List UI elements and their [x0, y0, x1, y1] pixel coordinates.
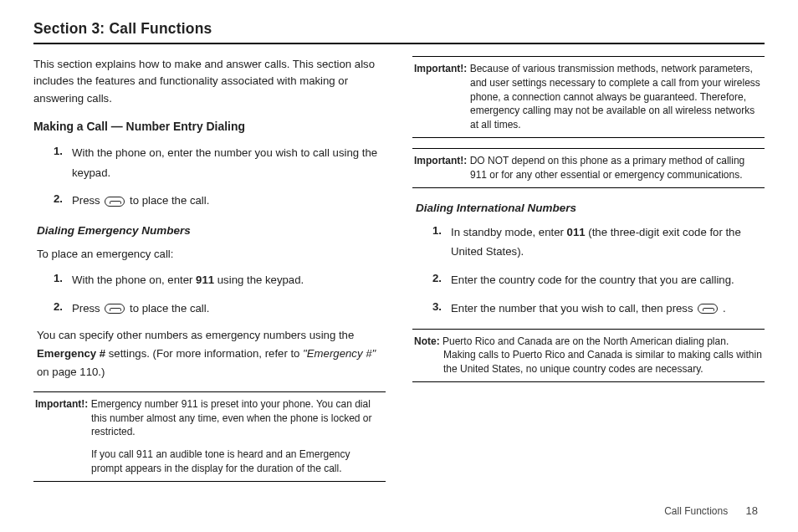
step-text: With the phone on, enter the number you … — [72, 143, 386, 183]
step-number: 2. — [54, 191, 72, 211]
text: You can specify other numbers as emergen… — [37, 329, 354, 341]
call-key-icon — [105, 197, 125, 207]
list-item: 2. Press to place the call. — [54, 191, 386, 211]
text: to place the call. — [126, 194, 209, 207]
title-rule — [33, 43, 765, 44]
text: to place the call. — [126, 302, 209, 315]
step-number: 1. — [54, 270, 72, 290]
making-call-steps: 1. With the phone on, enter the number y… — [33, 143, 386, 211]
list-item: 1. With the phone on, enter the number y… — [54, 143, 386, 183]
call-key-icon — [105, 304, 125, 314]
step-text: Enter the number that you wish to call, … — [451, 299, 765, 319]
section-title: Section 3: Call Functions — [33, 20, 743, 38]
step-number: 1. — [54, 143, 72, 183]
reference-text: "Emergency #" — [303, 347, 376, 360]
important-box-2: Important!: Because of various transmiss… — [412, 56, 765, 138]
step-text: In standby mode, enter 011 (the three-di… — [451, 223, 765, 263]
making-call-heading: Making a Call — Number Entry Dialing — [33, 117, 371, 136]
list-item: 2. Enter the country code for the countr… — [432, 270, 765, 290]
page-number: 18 — [746, 504, 758, 517]
international-steps: 1. In standby mode, enter 011 (the three… — [412, 223, 765, 319]
list-item: 2. Press to place the call. — [54, 299, 386, 319]
emergency-heading: Dialing Emergency Numbers — [37, 223, 386, 240]
text: Press — [72, 194, 103, 207]
call-key-icon — [698, 304, 718, 314]
bold-text: 911 — [196, 274, 214, 286]
footer-label: Call Functions — [664, 505, 728, 517]
text: using the keypad. — [214, 274, 304, 286]
emergency-settings-para: You can specify other numbers as emergen… — [37, 326, 382, 381]
bold-text: 011 — [567, 226, 586, 238]
step-text: Enter the country code for the country t… — [451, 270, 765, 290]
text: settings. (For more information, refer t… — [105, 347, 303, 360]
text: on page 110.) — [37, 366, 105, 378]
list-item: 1. In standby mode, enter 011 (the three… — [432, 223, 765, 263]
step-number: 3. — [432, 299, 451, 319]
important-box-3: Important!: DO NOT depend on this phone … — [412, 148, 765, 188]
emergency-lead: To place an emergency call: — [37, 245, 382, 263]
list-item: 1. With the phone on, enter 911 using th… — [54, 270, 386, 290]
emergency-steps: 1. With the phone on, enter 911 using th… — [33, 270, 386, 319]
international-heading: Dialing International Numbers — [416, 200, 765, 217]
step-number: 2. — [54, 299, 72, 319]
text: Enter the number that you wish to call, … — [451, 302, 696, 315]
left-column: This section explains how to make and an… — [33, 56, 386, 492]
step-text: Press to place the call. — [72, 191, 386, 211]
intro-paragraph: This section explains how to make and an… — [33, 56, 386, 107]
important-box-1: Important!: Emergency number 911 is pres… — [33, 391, 386, 482]
step-number: 2. — [432, 270, 451, 290]
text: Press — [72, 302, 103, 315]
text: With the phone on, enter — [72, 274, 196, 286]
text: In standby mode, enter — [451, 226, 567, 238]
list-item: 3. Enter the number that you wish to cal… — [432, 299, 765, 319]
step-text: Press to place the call. — [72, 299, 386, 319]
text: . — [719, 302, 725, 315]
right-column: Important!: Because of various transmiss… — [412, 56, 765, 492]
page-footer: Call Functions 18 — [664, 504, 758, 517]
bold-text: Emergency # — [37, 347, 105, 360]
note-box: Note: Puerto Rico and Canada are on the … — [412, 329, 765, 382]
step-text: With the phone on, enter 911 using the k… — [72, 270, 386, 290]
content-columns: This section explains how to make and an… — [33, 56, 765, 492]
step-number: 1. — [432, 223, 451, 263]
box-text: If you call 911 an audible tone is heard… — [35, 448, 384, 476]
